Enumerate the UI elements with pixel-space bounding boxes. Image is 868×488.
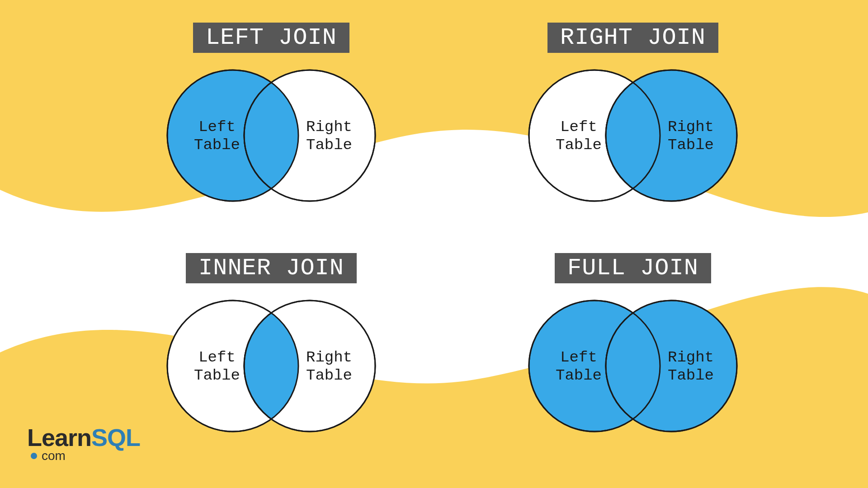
right-label-2: Table (668, 367, 714, 384)
left-label-1: Left (198, 118, 236, 136)
cell-right-join: RIGHT JOIN Left Table Right Table (452, 14, 814, 244)
right-label-1: Right (668, 349, 714, 366)
brand-logo: LearnSQL com (27, 423, 140, 463)
cell-full-join: FULL JOIN Left Table Right Table (452, 244, 814, 474)
right-label-2: Table (306, 367, 352, 384)
venn-right-join: Left Table Right Table (506, 61, 760, 210)
title-right-join: RIGHT JOIN (547, 23, 718, 53)
left-label-1: Left (560, 349, 597, 366)
venn-grid: LEFT JOIN Left Table Right Table RIGHT J… (0, 0, 868, 488)
title-full-join: FULL JOIN (555, 253, 711, 283)
cell-left-join: LEFT JOIN Left Table Right Table (90, 14, 452, 244)
venn-full-join: Left Table Right Table (506, 291, 760, 441)
right-label-1: Right (668, 118, 714, 136)
venn-inner-join: Left Table Right Table (145, 291, 398, 441)
right-label-2: Table (306, 136, 352, 154)
brand-dot-icon (31, 453, 37, 459)
left-label-2: Table (556, 367, 602, 384)
brand-suffix: com (42, 449, 66, 463)
left-label-2: Table (556, 136, 602, 154)
cell-inner-join: INNER JOIN Left Table Right Table (90, 244, 452, 474)
brand-sql: SQL (91, 424, 140, 451)
right-label-1: Right (306, 349, 352, 366)
left-label-1: Left (560, 118, 597, 136)
left-label-1: Left (198, 349, 236, 366)
right-label-2: Table (668, 136, 714, 154)
venn-left-join: Left Table Right Table (145, 61, 398, 210)
brand-learn: Learn (27, 424, 91, 451)
title-inner-join: INNER JOIN (186, 253, 357, 283)
right-label-1: Right (306, 118, 352, 136)
left-label-2: Table (194, 136, 240, 154)
title-left-join: LEFT JOIN (193, 23, 349, 53)
left-label-2: Table (194, 367, 240, 384)
